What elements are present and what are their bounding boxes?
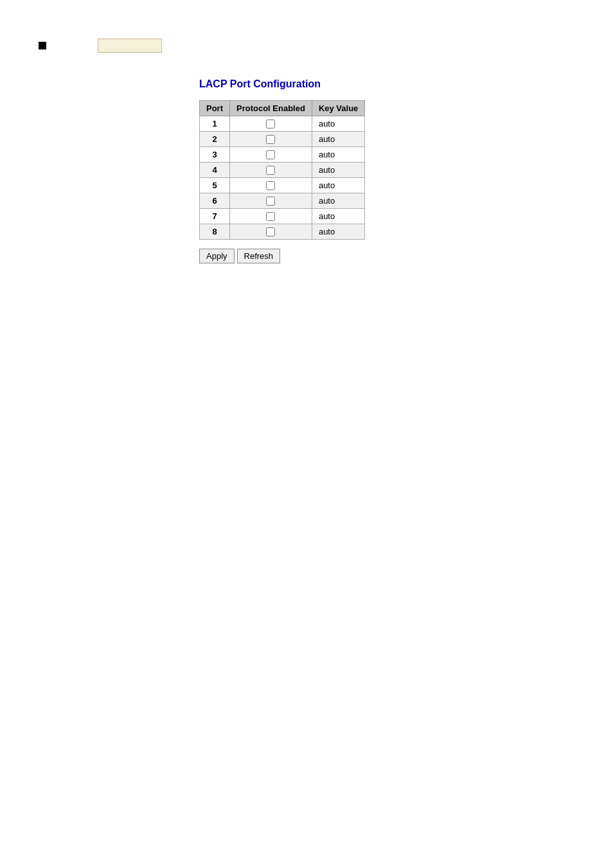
table-row: 7auto [200,209,365,224]
protocol-enabled-cell[interactable] [230,224,312,240]
table-row: 4auto [200,163,365,178]
apply-button[interactable]: Apply [199,249,235,263]
port-number: 3 [200,147,230,163]
protocol-enabled-checkbox[interactable] [266,197,275,206]
key-value-cell: auto [312,147,364,163]
lacp-config-table: Port Protocol Enabled Key Value 1auto2au… [199,100,365,240]
table-row: 3auto [200,147,365,163]
key-value-cell: auto [312,163,364,178]
table-row: 2auto [200,132,365,147]
key-value-cell: auto [312,209,364,224]
key-value-cell: auto [312,178,364,193]
action-buttons: Apply Refresh [199,249,613,263]
top-area [0,0,613,66]
table-row: 5auto [200,178,365,193]
table-header-row: Port Protocol Enabled Key Value [200,101,365,116]
protocol-enabled-checkbox[interactable] [266,150,275,159]
key-value-cell: auto [312,116,364,132]
port-number: 8 [200,224,230,240]
protocol-enabled-cell[interactable] [230,132,312,147]
protocol-enabled-cell[interactable] [230,147,312,163]
col-header-protocol-enabled: Protocol Enabled [230,101,312,116]
port-number: 5 [200,178,230,193]
protocol-enabled-cell[interactable] [230,178,312,193]
table-row: 6auto [200,193,365,209]
protocol-enabled-checkbox[interactable] [266,181,275,190]
key-value-cell: auto [312,224,364,240]
protocol-enabled-cell[interactable] [230,193,312,209]
key-value-cell: auto [312,132,364,147]
table-row: 8auto [200,224,365,240]
protocol-enabled-checkbox[interactable] [266,212,275,221]
black-square-indicator [39,42,46,49]
protocol-enabled-checkbox[interactable] [266,135,275,144]
protocol-enabled-cell[interactable] [230,209,312,224]
table-row: 1auto [200,116,365,132]
key-value-cell: auto [312,193,364,209]
port-number: 1 [200,116,230,132]
col-header-port: Port [200,101,230,116]
protocol-enabled-checkbox[interactable] [266,120,275,128]
protocol-enabled-cell[interactable] [230,163,312,178]
port-number: 7 [200,209,230,224]
main-content: LACP Port Configuration Port Protocol En… [0,66,613,263]
port-number: 6 [200,193,230,209]
page-title: LACP Port Configuration [199,78,613,90]
protocol-enabled-checkbox[interactable] [266,166,275,175]
protocol-enabled-cell[interactable] [230,116,312,132]
refresh-button[interactable]: Refresh [237,249,281,263]
protocol-enabled-checkbox[interactable] [266,227,275,236]
top-input[interactable] [98,39,162,53]
port-number: 4 [200,163,230,178]
port-number: 2 [200,132,230,147]
col-header-key-value: Key Value [312,101,364,116]
